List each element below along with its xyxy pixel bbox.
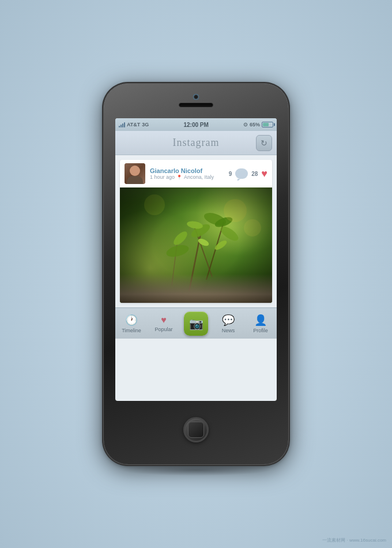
app-header: Instagram ↻ (115, 131, 277, 155)
network-label: 3G (142, 122, 149, 127)
tab-news[interactable]: 💬 News (212, 308, 244, 339)
phone-screen: AT&T 3G 12:00 PM ⊙ 65% Instagram ↻ (115, 118, 277, 401)
signal-bar-1 (119, 126, 120, 127)
news-label: News (222, 328, 235, 333)
refresh-icon: ↻ (261, 138, 267, 148)
timeline-icon: 🕐 (125, 314, 138, 326)
status-right: ⊙ 65% (243, 122, 273, 127)
tab-popular[interactable]: ♥ Popular (148, 308, 180, 339)
post-actions: 9 28 ♥ (229, 168, 267, 180)
battery-percent: 65% (250, 122, 260, 127)
home-button[interactable] (183, 417, 209, 442)
tab-bar: 🕐 Timeline ♥ Popular 📷 💬 News 👤 (115, 307, 277, 339)
app-title: Instagram (173, 137, 220, 149)
location-pin-icon: 📍 (176, 175, 182, 180)
status-left: AT&T 3G (119, 122, 149, 127)
phone-shadow (121, 464, 271, 476)
phone-speaker (179, 103, 213, 107)
home-button-inner (188, 422, 204, 438)
post-meta: 1 hour ago 📍 Ancona, Italy (150, 174, 224, 180)
profile-icon: 👤 (254, 314, 267, 326)
phone-top (104, 84, 288, 118)
watermark: 一流素材网 · www.16sucai.com (322, 537, 386, 543)
post-username[interactable]: Giancarlo Nicolof (150, 167, 224, 174)
comment-count: 9 (229, 171, 232, 177)
tab-camera[interactable]: 📷 (180, 308, 212, 339)
battery-icon (262, 122, 273, 127)
tab-timeline[interactable]: 🕐 Timeline (115, 308, 148, 339)
refresh-button[interactable]: ↻ (256, 135, 272, 151)
popular-label: Popular (154, 326, 172, 332)
profile-label: Profile (253, 328, 268, 333)
time-display: 12:00 PM (183, 122, 208, 128)
avatar-face (130, 166, 140, 176)
battery-fill (263, 123, 269, 126)
avatar-image (125, 163, 145, 184)
post-header: Giancarlo Nicolof 1 hour ago 📍 Ancona, I… (120, 160, 272, 187)
camera-icon: 📷 (189, 317, 203, 331)
signal-bars (119, 122, 125, 127)
camera-active-bg: 📷 (184, 311, 208, 336)
news-icon: 💬 (222, 314, 235, 326)
signal-bar-3 (122, 123, 123, 127)
post-card: Giancarlo Nicolof 1 hour ago 📍 Ancona, I… (120, 160, 272, 303)
time-ago: 1 hour ago (150, 174, 175, 180)
comment-bubble-icon[interactable] (235, 168, 248, 179)
post-photo[interactable] (120, 187, 272, 303)
post-info: Giancarlo Nicolof 1 hour ago 📍 Ancona, I… (150, 167, 224, 180)
carrier-label: AT&T (127, 122, 140, 127)
phone-camera (194, 95, 198, 99)
signal-bar-2 (120, 125, 122, 127)
location-text: Ancona, Italy (184, 174, 214, 180)
phone-mockup: AT&T 3G 12:00 PM ⊙ 65% Instagram ↻ (104, 84, 288, 464)
avatar-body (127, 176, 143, 184)
status-bar: AT&T 3G 12:00 PM ⊙ 65% (115, 118, 277, 131)
wifi-icon: ⊙ (243, 122, 248, 127)
avatar (125, 163, 145, 184)
photo-vignette (120, 187, 272, 303)
popular-icon: ♥ (161, 315, 167, 325)
tab-profile[interactable]: 👤 Profile (244, 308, 277, 339)
signal-bar-4 (124, 122, 125, 127)
heart-icon[interactable]: ♥ (261, 168, 267, 180)
feed-area[interactable]: Giancarlo Nicolof 1 hour ago 📍 Ancona, I… (115, 155, 277, 307)
like-count: 28 (251, 171, 258, 177)
timeline-label: Timeline (122, 328, 141, 333)
phone-bottom (104, 401, 288, 459)
